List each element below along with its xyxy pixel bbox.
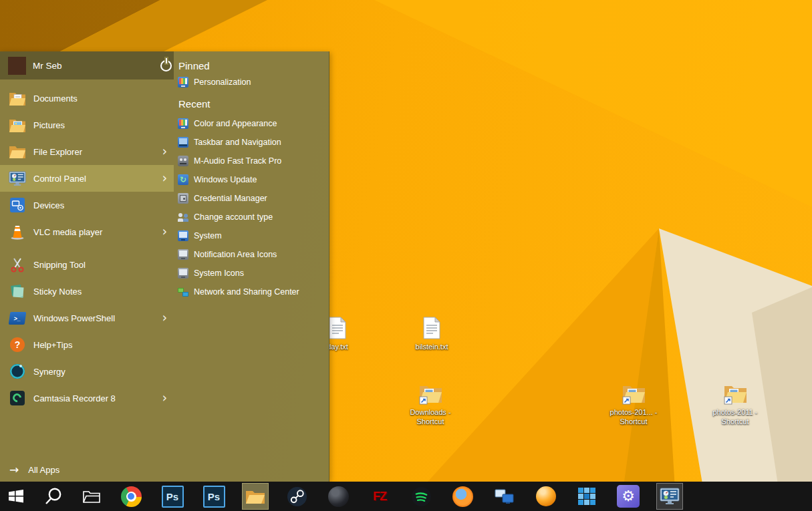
vlc-icon [8, 222, 27, 241]
orange-sphere-icon [536, 486, 556, 506]
recent-header: Recent [178, 98, 211, 110]
start-menu-right-column: Pinned Personalization Recent Color and … [160, 51, 329, 482]
all-apps-label: All Apps [28, 465, 59, 475]
steam-button[interactable] [283, 483, 310, 510]
photoshop-icon: Ps [203, 486, 225, 508]
windows-logo-icon [7, 488, 25, 505]
photoshop-button-1[interactable]: Ps [159, 483, 186, 510]
power-button[interactable] [160, 60, 172, 71]
notification-area-icons-icon [178, 249, 188, 260]
app-grid-icon [577, 486, 597, 506]
desktop-icon-bilstein-txt[interactable]: bilstein.txt [406, 315, 458, 351]
filezilla-button[interactable]: FZ [366, 483, 393, 510]
desktop-icon-downloads-shortcut[interactable]: Downloads - Shortcut [404, 381, 456, 427]
control-panel-icon [8, 169, 27, 188]
text-file-icon [328, 315, 347, 339]
photoshop-button-2[interactable]: Ps [200, 483, 227, 510]
start-menu-item-documents[interactable]: Documents [0, 85, 174, 112]
pictures-icon [8, 116, 27, 134]
start-menu-item-pictures[interactable]: Pictures [0, 112, 174, 138]
desktop-icon-label: photos-2011 - Shortcut [709, 407, 761, 427]
system-icons-icon [178, 268, 188, 279]
recent-item-change-account-type[interactable]: Change account type [178, 209, 326, 225]
recent-item-system[interactable]: System [178, 228, 326, 244]
dark-swirl-app-icon [328, 486, 349, 507]
libraries-button[interactable] [78, 483, 105, 510]
desktop-icon-label: photos-201... - Shortcut [607, 407, 660, 427]
folder-shortcut-icon [723, 381, 748, 405]
recent-item-taskbar-and-navigation[interactable]: Taskbar and Navigation [178, 134, 326, 150]
network-devices-icon [495, 488, 515, 505]
start-menu-left-column: Documents Pictures File Explorer › [0, 79, 174, 482]
control-panel-button[interactable] [656, 483, 683, 510]
snipping-tool-icon [8, 255, 27, 274]
user-band[interactable]: Mr Seb [0, 51, 174, 79]
libraries-folder-icon [82, 488, 101, 504]
firefox-button[interactable] [449, 483, 476, 510]
start-menu-item-synergy[interactable]: Synergy [0, 358, 174, 385]
devices-icon [8, 196, 27, 214]
recent-item-credential-manager[interactable]: Credential Manager [178, 190, 326, 206]
dark-swirl-app-button[interactable] [325, 483, 352, 510]
recent-item-color-and-appearance[interactable]: Color and Appearance [178, 116, 326, 132]
personalization-icon [178, 77, 188, 88]
synergy-icon [8, 362, 27, 381]
folder-shortcut-icon [418, 381, 443, 405]
spotify-button[interactable] [408, 483, 434, 510]
start-menu-item-control-panel[interactable]: Control Panel › [0, 165, 174, 192]
app-grid-button[interactable] [573, 483, 600, 510]
text-file-icon [422, 315, 441, 339]
firefox-icon [452, 486, 473, 507]
credential-manager-icon [178, 193, 188, 204]
start-menu-item-powershell[interactable]: >_ Windows PowerShell › [0, 305, 174, 331]
help-tips-icon: ? [8, 335, 27, 354]
file-explorer-button[interactable] [242, 483, 269, 510]
search-icon [43, 486, 63, 506]
recent-item-windows-update[interactable]: ↻ Windows Update [178, 172, 326, 188]
update-glyph: ↻ [178, 174, 188, 185]
taskbar: Ps Ps FZ [0, 482, 812, 511]
settings-button[interactable]: ⚙ [615, 483, 642, 510]
recent-item-system-icons[interactable]: System Icons [178, 265, 326, 281]
chrome-icon [121, 486, 142, 507]
camtasia-icon [8, 389, 27, 407]
recent-item-network-and-sharing-center[interactable]: Network and Sharing Center [178, 284, 326, 300]
windows-update-icon: ↻ [178, 174, 188, 185]
steam-icon [287, 486, 307, 507]
powershell-icon: >_ [8, 309, 27, 327]
network-sharing-icon [178, 287, 188, 297]
gear-glyph: ⚙ [622, 489, 635, 504]
file-explorer-icon [8, 142, 27, 161]
all-apps-button[interactable]: → All Apps [9, 459, 59, 480]
start-menu-item-snipping-tool[interactable]: Snipping Tool [0, 251, 174, 278]
start-menu-item-camtasia[interactable]: Camtasia Recorder 8 › [0, 385, 174, 411]
spotify-icon [411, 486, 432, 507]
taskbar-navigation-icon [178, 137, 188, 148]
start-menu-item-help-tips[interactable]: ? Help+Tips [0, 331, 174, 358]
control-panel-icon [660, 488, 680, 505]
start-menu: Mr Seb Documents Pictures [0, 51, 329, 482]
search-button[interactable] [40, 483, 67, 510]
desktop-screen: day.txt bilstein.txt Downloads - Shortcu… [0, 0, 812, 511]
question-glyph: ? [15, 339, 21, 350]
color-appearance-icon [178, 118, 188, 129]
start-menu-item-sticky-notes[interactable]: Sticky Notes [0, 278, 174, 305]
sticky-notes-icon [8, 282, 27, 301]
change-account-type-icon [178, 212, 188, 222]
start-menu-item-file-explorer[interactable]: File Explorer › [0, 138, 174, 165]
prompt-glyph: >_ [13, 315, 21, 321]
pinned-header: Pinned [178, 60, 210, 71]
orange-app-button[interactable] [533, 483, 559, 510]
pinned-item-personalization[interactable]: Personalization [178, 74, 326, 90]
start-button[interactable] [3, 483, 29, 510]
desktop-icon-photos-201-shortcut[interactable]: photos-201... - Shortcut [607, 381, 660, 427]
start-menu-item-devices[interactable]: Devices [0, 192, 174, 218]
desktop-icon-photos-2011-shortcut[interactable]: photos-2011 - Shortcut [709, 381, 761, 427]
network-devices-button[interactable] [491, 483, 518, 510]
desktop-icon-label: Downloads - Shortcut [404, 407, 456, 427]
user-name: Mr Seb [33, 61, 62, 71]
recent-item-m-audio[interactable]: M-Audio Fast Track Pro [178, 153, 326, 169]
start-menu-item-vlc[interactable]: VLC media player › [0, 218, 174, 245]
recent-item-notification-area-icons[interactable]: Notification Area Icons [178, 246, 326, 263]
chrome-button[interactable] [118, 483, 144, 510]
